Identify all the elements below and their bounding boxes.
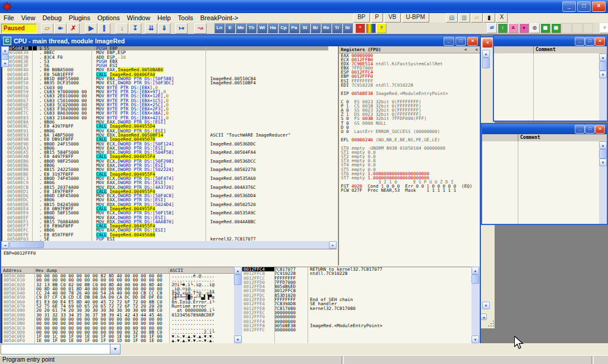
console-icon[interactable]: ▮ (483, 13, 495, 23)
menu-button-p[interactable]: P (371, 13, 384, 23)
pane-button-pa[interactable]: Pa (289, 23, 299, 33)
menu-close-button[interactable]: X (496, 13, 508, 23)
scroll-down-button[interactable]: ▼ (471, 335, 479, 343)
dropdown-arrow-icon[interactable]: ▼ (110, 344, 120, 354)
assemble-icon[interactable]: A (508, 23, 518, 33)
scroll-down-button[interactable]: ▼ (1, 59, 9, 67)
comment-window-top[interactable]: _ □ × Comment ▲ ▼ (493, 35, 608, 122)
window-icon[interactable]: ▣ (551, 23, 561, 33)
disasm-row[interactable]: 00508E3E.53PUSH EBX (2, 59, 328, 64)
command-combobox[interactable]: ▼ (1, 344, 121, 354)
comment-window-top-content[interactable] (494, 53, 599, 121)
pane-button-ha[interactable]: Ha (268, 23, 278, 33)
scroll-thumb[interactable] (599, 61, 607, 71)
appearance-rainbow-icon[interactable] (366, 23, 376, 33)
log-list-icon[interactable]: ≡ (600, 23, 608, 33)
minimize-button[interactable]: _ (562, 1, 576, 12)
maximize-button[interactable]: □ (577, 1, 591, 12)
comment-column-header[interactable]: Comment (518, 134, 540, 141)
minimize-button[interactable]: _ (444, 37, 454, 46)
comment-window-top-titlebar[interactable]: _ □ × (494, 36, 607, 46)
menu-item-tools[interactable]: Tools (175, 14, 197, 21)
scroll-up-button[interactable]: ▲ (471, 267, 479, 274)
register-row[interactable]: EDI 7C910228 ntdll.7C910228 (341, 83, 480, 87)
run-button[interactable]: ▶ (85, 23, 97, 34)
animate-over-button[interactable]: ⇓ (158, 23, 170, 34)
disasm-row[interactable]: 00508EFE.E8 8597F8FFCALL ImageRed.004956… (2, 233, 328, 237)
pane-button-re[interactable]: Re (321, 23, 331, 33)
maximize-button[interactable]: □ (585, 125, 595, 134)
scroll-down-button[interactable]: ▼ (234, 335, 242, 343)
maximize-button[interactable]: □ (585, 37, 595, 46)
disabled-button-3[interactable] (583, 23, 593, 33)
exchange-icon[interactable]: ⇄ (487, 23, 497, 33)
menu-item-plugins[interactable]: Plugins (65, 14, 94, 21)
menu-item-window[interactable]: Window (124, 14, 154, 21)
pane-button-e[interactable]: E (225, 23, 235, 33)
stack-pane[interactable]: 0012FFC47C817077RETURN to kernel32.7C817… (242, 267, 471, 343)
maximize-button[interactable]: □ (455, 37, 466, 46)
menu-button-u-bpm[interactable]: U-BPM (402, 13, 429, 23)
scroll-up-button[interactable]: ▲ (599, 53, 607, 61)
minimize-button[interactable]: _ (575, 37, 585, 46)
register-row[interactable]: FCW 027F Prec NEAR,53 Mask 1 1 1 1 1 1 (341, 188, 480, 192)
help-button[interactable]: ? (376, 23, 387, 33)
disassembly-scrollbar[interactable]: ▲ ▼ (1, 46, 9, 67)
scrollbar[interactable]: ▲ ▼ (599, 53, 607, 121)
dump-scrollbar[interactable]: ▲ ▼ (234, 267, 242, 343)
go-to-address-button[interactable]: ↝ (194, 23, 207, 34)
notes-icon[interactable]: ▤ (446, 13, 458, 23)
open-file-button[interactable]: ▱ (41, 23, 53, 34)
pause-button[interactable]: ∥ (98, 23, 110, 34)
strip-scroll-down-button[interactable]: ▼ (482, 302, 490, 309)
strip-close-button[interactable]: × (482, 39, 493, 48)
register-row[interactable]: O 0 LastErr ERROR_SUCCESS (00000000) (341, 129, 480, 134)
minimize-button[interactable]: _ (575, 125, 585, 134)
info-pane[interactable]: EBP=0012FFF0 (1, 249, 337, 267)
pane-button-tr[interactable]: Tr (332, 23, 342, 33)
pane-button-cp[interactable]: Cp (278, 23, 289, 33)
pane-button-sr[interactable]: Sr (343, 23, 353, 33)
scroll-right-button[interactable]: ► (329, 241, 337, 249)
close-program-button[interactable]: ✗ (67, 23, 80, 34)
scroll-up-button[interactable]: ▲ (234, 267, 242, 274)
scroll-down-button[interactable]: ▼ (599, 159, 607, 166)
app-titlebar[interactable]: _ □ × (0, 0, 608, 13)
pane-button-ln[interactable]: Ln (214, 23, 224, 33)
scroll-left-button[interactable]: ◄ (1, 241, 9, 249)
pane-button-st[interactable]: St (300, 23, 310, 33)
registers-pane[interactable]: Registers (FPU) < < EAX 00000000ECX 0012… (338, 46, 480, 265)
collapse-icon[interactable]: < (475, 46, 478, 53)
pane-button-th[interactable]: Th (246, 23, 256, 33)
strip-scroll-up-button[interactable]: ▲ (482, 50, 490, 58)
close-button[interactable]: × (467, 37, 478, 46)
disabled-button-1[interactable] (562, 23, 572, 33)
spiral-icon[interactable]: ◎ (530, 23, 540, 33)
register-row[interactable]: EIP 00508E38 ImageRed.<ModuleEntryPoint> (341, 91, 480, 96)
updown-icon[interactable]: ↕ (498, 23, 508, 33)
step-over-button[interactable]: ↧ (129, 23, 141, 34)
disabled-button-2[interactable] (572, 23, 582, 33)
disassembly-pane[interactable]: 00508E38$55PUSH EBP00508E39.8BECMOV EBP,… (1, 46, 328, 241)
scrollbar[interactable]: ▲ ▼ (599, 141, 607, 224)
scroll-down-button[interactable]: ▼ (599, 71, 607, 78)
close-button[interactable]: × (595, 37, 605, 46)
disassembly-hscrollbar[interactable]: ◄ ► (1, 241, 337, 249)
comment-window-bottom[interactable]: _ □ × Comment ▲ ▼ (481, 123, 608, 225)
strip-scroll-thumb[interactable] (482, 58, 490, 68)
pane-button-me[interactable]: Me (236, 23, 246, 33)
menu-item-options[interactable]: Options (94, 14, 124, 21)
comment-column-header[interactable]: Comment (533, 46, 556, 53)
pane-button-wi[interactable]: Wi (257, 23, 267, 33)
stack-row[interactable]: 0012FFFC00000000 (242, 328, 471, 332)
comment-window-bottom-titlebar[interactable]: _ □ × (482, 124, 607, 134)
breakpoint-dot-icon[interactable]: ● (519, 23, 529, 33)
scroll-thumb[interactable] (471, 274, 479, 284)
register-row[interactable]: T 0 GS 0000 NULL (341, 121, 480, 125)
menu-item-help[interactable]: Help (154, 14, 175, 21)
calc-icon[interactable]: ▥ (458, 13, 470, 23)
pane-button-br[interactable]: Br (311, 23, 321, 33)
menu-item-breakpoint[interactable]: BreakPoint-> (197, 14, 242, 21)
disasm-row[interactable]: 00508F03.5EPOP ESIkernel32.7C817077 (2, 237, 328, 241)
close-button[interactable]: × (595, 125, 605, 134)
